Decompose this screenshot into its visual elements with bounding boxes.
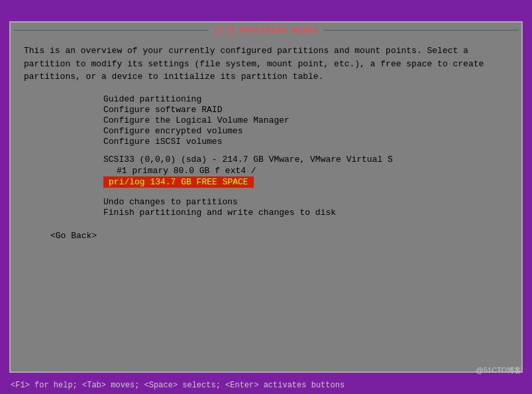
watermark: @51CTO博客 (476, 365, 521, 375)
menu-list: Guided partitioning Configure software R… (103, 94, 508, 147)
menu-item-raid[interactable]: Configure software RAID (103, 105, 508, 115)
title-line-right (323, 30, 519, 31)
menu-item-iscsi[interactable]: Configure iSCSI volumes (103, 137, 508, 147)
actions-section: Undo changes to partitions Finish partit… (103, 197, 508, 218)
desc-line-3: partitions, or a device to initialize it… (24, 72, 323, 82)
dialog-title: [!!] Partition disks (211, 25, 320, 35)
desc-line-1: This is an overview of your currently co… (24, 46, 468, 56)
disk-header: SCSI33 (0,0,0) (sda) - 214.7 GB VMware, … (103, 155, 508, 164)
menu-item-lvm[interactable]: Configure the Logical Volume Manager (103, 115, 508, 125)
menu-item-guided[interactable]: Guided partitioning (103, 94, 508, 104)
title-line-left (13, 30, 209, 31)
description-block: This is an overview of your currently co… (24, 44, 508, 84)
action-finish[interactable]: Finish partitioning and write changes to… (103, 208, 508, 218)
desc-line-2: partition to modify its settings (file s… (24, 59, 484, 69)
main-content: This is an overview of your currently co… (11, 36, 521, 371)
partition-row-2-selected[interactable]: pri/log 134.7 GB FREE SPACE (103, 176, 254, 188)
disk-section: SCSI33 (0,0,0) (sda) - 214.7 GB VMware, … (103, 155, 508, 188)
menu-item-encrypted[interactable]: Configure encrypted volumes (103, 126, 508, 136)
partition-dialog: [!!] Partition disks This is an overview… (9, 21, 523, 373)
action-undo[interactable]: Undo changes to partitions (103, 197, 508, 207)
go-back-button[interactable]: <Go Back> (50, 231, 508, 241)
partition-row-selected-wrapper[interactable]: pri/log 134.7 GB FREE SPACE (103, 176, 508, 188)
title-bar: [!!] Partition disks (11, 23, 521, 36)
status-bar: <F1> for help; <Tab> moves; <Space> sele… (0, 377, 532, 394)
partition-row-1[interactable]: #1 primary 80.0 GB f ext4 / (103, 166, 508, 176)
